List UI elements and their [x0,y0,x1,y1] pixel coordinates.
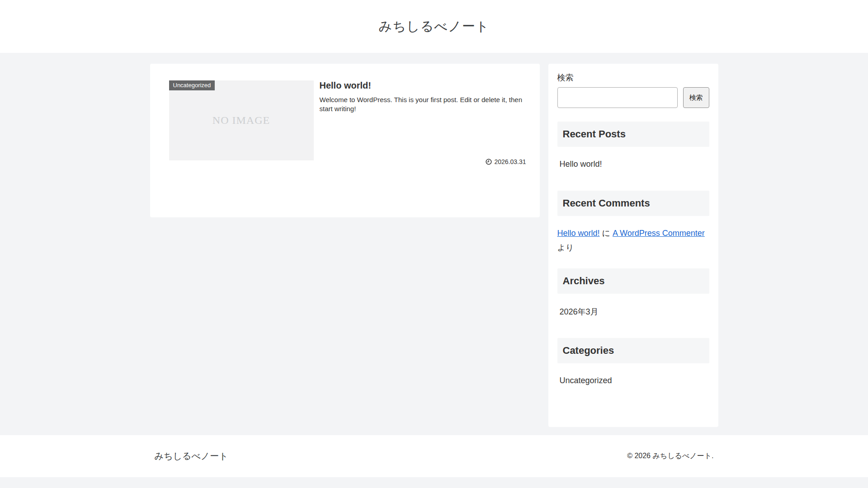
comment-connector: に [602,229,610,238]
footer-bottom-strip [0,477,868,488]
post-card-link[interactable]: NO IMAGE Uncategorized Hello world! Welc… [169,80,526,166]
search-widget: 検索 検索 [557,72,709,108]
footer-logo-link[interactable]: みちしるべノート [155,450,228,462]
main-area: NO IMAGE Uncategorized Hello world! Welc… [0,53,868,435]
recent-post-item-link[interactable]: Hello world! [557,160,709,169]
site-title-link[interactable]: みちしるべノート [379,18,490,36]
recent-comments-heading: Recent Comments [557,191,709,216]
footer-inner: みちしるべノート © 2026 みちしるべノート. [150,450,718,462]
recent-comments-widget: Recent Comments Hello world! に A WordPre… [557,191,709,255]
content-container: NO IMAGE Uncategorized Hello world! Welc… [150,64,718,427]
site-header: みちしるべノート [0,0,868,53]
post-card-content: Hello world! Welcome to WordPress. This … [320,80,526,166]
no-image-placeholder: NO IMAGE [212,114,270,127]
search-input[interactable] [557,87,678,108]
comment-author-link[interactable]: A WordPress Commenter [613,229,705,238]
recent-posts-widget: Recent Posts Hello world! [557,122,709,169]
comment-post-link[interactable]: Hello world! [557,229,600,238]
search-button[interactable]: 検索 [683,87,709,108]
post-list-card: NO IMAGE Uncategorized Hello world! Welc… [150,64,540,217]
site-footer: みちしるべノート © 2026 みちしるべノート. [0,435,868,477]
search-row: 検索 [557,87,709,108]
post-excerpt: Welcome to WordPress. This is your first… [320,95,526,113]
sidebar: 検索 検索 Recent Posts Hello world! Recent C… [548,64,718,427]
comment-suffix: より [557,243,574,252]
category-badge: Uncategorized [169,80,215,90]
recent-comment-item: Hello world! に A WordPress Commenter より [557,226,709,255]
search-label: 検索 [557,72,709,83]
category-item-link[interactable]: Uncategorized [557,376,709,385]
post-date-text: 2026.03.31 [494,158,526,165]
archive-item-link[interactable]: 2026年3月 [557,306,709,317]
archives-widget: Archives 2026年3月 [557,268,709,317]
categories-widget: Categories Uncategorized [557,338,709,385]
clock-icon [486,159,492,165]
post-title[interactable]: Hello world! [320,80,526,91]
post-thumbnail: NO IMAGE Uncategorized [169,80,314,160]
recent-posts-heading: Recent Posts [557,122,709,147]
post-date: 2026.03.31 [486,158,526,165]
footer-copyright: © 2026 みちしるべノート. [627,451,713,461]
archives-heading: Archives [557,268,709,294]
categories-heading: Categories [557,338,709,363]
